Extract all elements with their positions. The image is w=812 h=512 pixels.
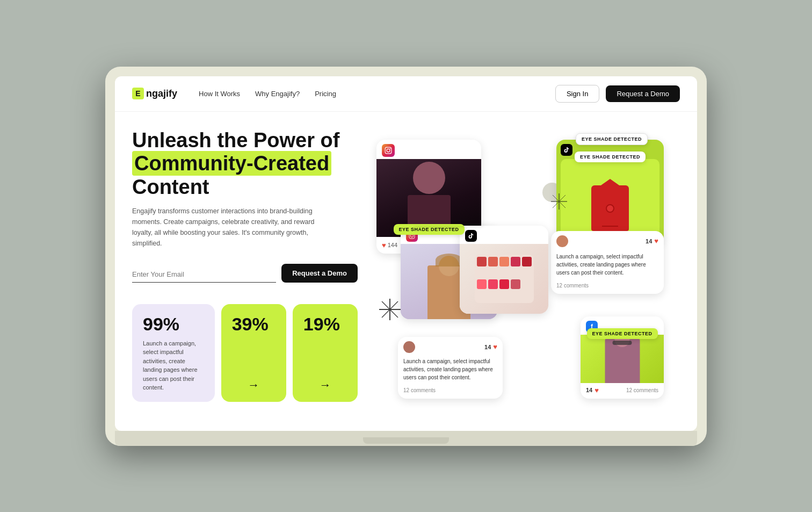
sign-in-button[interactable]: Sign In [555, 85, 599, 103]
stat-arrow-2: → [232, 378, 276, 392]
eye-shade-badge-top: EYE SHADE DETECTED [576, 133, 648, 145]
navbar: E ngajify How It Works Why Engajify? Pri… [115, 76, 697, 112]
card3-text: Launch a campaign, select impactful acti… [556, 253, 658, 277]
card6-likes: 14 [484, 344, 491, 350]
tiktok-icon-1 [561, 144, 572, 156]
request-demo-button[interactable]: Request a Demo [281, 264, 358, 283]
card6-comments: 12 comments [403, 387, 436, 393]
laptop-screen: E ngajify How It Works Why Engajify? Pri… [115, 76, 697, 431]
stats-row: 99% Launch a campaign, select impactful … [132, 304, 358, 402]
card3-comments: 12 comments [556, 283, 589, 289]
card-fashion-fb: f EYE SHADE DETECTED 14 ♥ [581, 316, 664, 399]
sparkle-decoration-2 [551, 193, 567, 212]
logo-icon: E [132, 88, 144, 99]
card-bag: EYE SHADE DETECTED [556, 140, 664, 244]
svg-point-1 [387, 149, 390, 152]
nav-link-pricing[interactable]: Pricing [315, 90, 336, 98]
heart-icon-card3: ♥ [654, 237, 658, 245]
sparkle-decoration-1 [379, 299, 401, 322]
hero-subtitle: Engajify transforms customer interaction… [132, 206, 336, 249]
stat-number-1: 99% [143, 314, 204, 335]
hero-form: Request a Demo [132, 264, 358, 283]
nav-actions: Sign In Request a Demo [555, 85, 680, 103]
svg-point-2 [390, 148, 391, 149]
hero-left: Unleash the Power of Community-Created C… [132, 129, 358, 408]
laptop-notch [363, 437, 449, 444]
hero-right: E EYE SHADE DETECTED EYE SHADE DETECTED [368, 129, 680, 408]
laptop-frame: E ngajify How It Works Why Engajify? Pri… [105, 67, 707, 446]
instagram-icon-1 [382, 144, 395, 157]
eye-shade-badge-card2: EYE SHADE DETECTED [575, 152, 646, 162]
svg-point-4 [411, 234, 414, 237]
card7-likes: 14 [586, 387, 592, 393]
avatar-card3 [556, 235, 568, 247]
hero-section: Unleash the Power of Community-Created C… [115, 112, 697, 421]
nav-link-how-it-works[interactable]: How It Works [199, 90, 240, 98]
card-lipstick [460, 226, 548, 314]
laptop-base [115, 431, 697, 446]
stat-desc-1: Launch a campaign, select impactful acti… [143, 339, 204, 392]
stat-card-3: 19% → [293, 304, 358, 402]
stat-number-3: 19% [303, 314, 347, 335]
heart-icon-card6: ♥ [493, 343, 497, 351]
stat-card-2: 39% → [221, 304, 286, 402]
heart-icon-card7: ♥ [595, 386, 599, 394]
eye-shade-badge-card1: EYE SHADE DETECTED [393, 224, 464, 235]
logo: E ngajify [132, 88, 177, 99]
nav-link-why-engajify[interactable]: Why Engajify? [255, 90, 300, 98]
email-input-wrap [132, 269, 276, 283]
card3-likes: 14 [646, 238, 652, 244]
stat-card-1: 99% Launch a campaign, select impactful … [132, 304, 215, 402]
logo-text: ngajify [146, 88, 177, 99]
nav-links: How It Works Why Engajify? Pricing [199, 90, 555, 98]
hero-highlight: Community-Created [132, 151, 331, 176]
request-demo-nav-button[interactable]: Request a Demo [606, 85, 680, 102]
tiktok-icon-2 [465, 230, 477, 242]
card6-text: Launch a campaign, select impactful acti… [403, 357, 497, 381]
stat-arrow-3: → [303, 378, 347, 392]
eye-shade-badge-card7: EYE SHADE DETECTED [586, 328, 657, 339]
card-text-right: 14 ♥ Launch a campaign, select impactful… [551, 231, 664, 294]
email-input[interactable] [132, 270, 276, 278]
hero-title: Unleash the Power of Community-Created C… [132, 129, 358, 199]
avatar-card6 [403, 341, 415, 353]
card1-likes: 144 [388, 242, 397, 248]
stat-number-2: 39% [232, 314, 276, 335]
card-bottom-text: 14 ♥ Launch a campaign, select impactful… [398, 337, 503, 399]
card7-comments: 12 comments [626, 387, 658, 393]
